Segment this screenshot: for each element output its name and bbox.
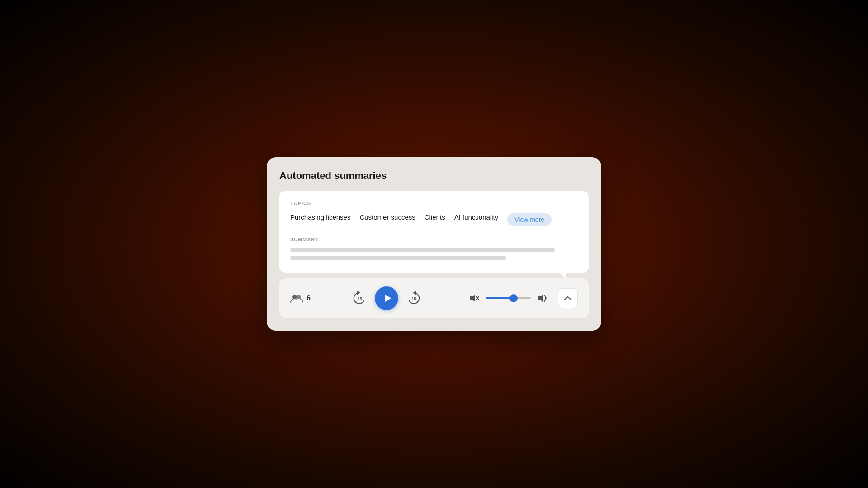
volume-high-button[interactable] [535,292,549,304]
svg-marker-6 [538,295,543,302]
summary-line-2 [290,256,506,260]
rewind-label: 15 [357,296,362,301]
volume-track[interactable] [486,297,531,299]
participants-count: 6 [307,294,311,302]
play-button[interactable] [375,286,398,310]
forward-button[interactable]: 15 [405,289,423,307]
collapse-button[interactable] [558,288,578,308]
participants-icon [290,293,303,303]
topic-clients: Clients [425,213,445,226]
rewind-button[interactable]: 15 [350,289,368,307]
player-controls: 15 15 [320,286,454,310]
topic-purchasing-licenses: Purchasing licenses [290,213,350,226]
summary-panel: TOPICS Purchasing licenses Customer succ… [279,191,589,273]
player-panel: 6 15 15 [279,278,589,318]
svg-marker-3 [470,295,475,302]
topics-row: Purchasing licenses Customer success Cli… [290,213,578,226]
volume-fill [486,297,514,299]
topic-ai-functionality: AI functionality [454,213,499,226]
summary-lines [290,248,578,260]
volume-thumb[interactable] [509,294,518,302]
card-title: Automated summaries [279,170,589,182]
mute-button[interactable] [467,292,481,304]
main-card: Automated summaries TOPICS Purchasing li… [267,157,601,331]
participants-area: 6 [290,293,311,303]
topic-customer-success: Customer success [359,213,415,226]
svg-marker-2 [385,295,391,302]
topics-label: TOPICS [290,201,578,206]
volume-controls [467,292,549,304]
summary-label: SUMMARY [290,237,578,242]
view-more-button[interactable]: View more [507,213,552,226]
forward-label: 15 [411,296,416,301]
summary-line-1 [290,248,555,252]
